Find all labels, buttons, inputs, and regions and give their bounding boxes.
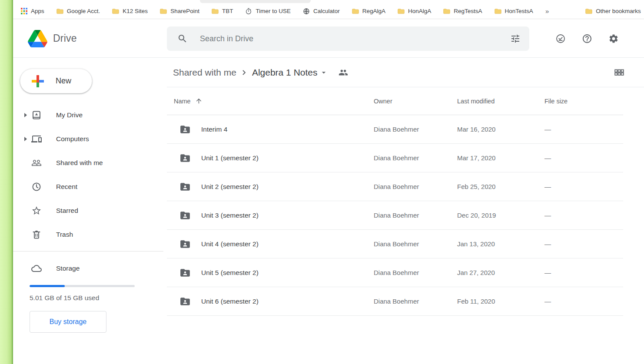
bookmark-folder-hontestsa[interactable]: HonTestsA — [495, 8, 533, 14]
file-owner: Diana Boehmer — [374, 183, 457, 190]
column-header-name[interactable]: Name — [174, 98, 191, 105]
table-row[interactable]: Unit 4 (semester 2) Diana Boehmer Jan 13… — [167, 230, 623, 258]
bookmark-label: Apps — [31, 8, 44, 14]
file-owner: Diana Boehmer — [374, 154, 457, 162]
search-input[interactable] — [200, 34, 510, 43]
folder-menu-caret-icon[interactable] — [319, 68, 328, 77]
apps-grid-icon — [21, 8, 27, 14]
timer-icon — [245, 8, 252, 15]
shared-people-icon — [339, 68, 348, 77]
file-size: — — [544, 183, 623, 190]
shared-folder-icon — [179, 296, 191, 307]
new-button[interactable]: New — [20, 69, 92, 93]
other-bookmarks[interactable]: Other bookmarks — [585, 8, 641, 14]
sidebar-item-label: My Drive — [56, 111, 83, 119]
bookmark-folder-regtestsa[interactable]: RegTestsA — [443, 8, 482, 14]
settings-gear-icon[interactable] — [608, 33, 619, 44]
bookmark-label: TBT — [222, 8, 233, 14]
bookmark-folder-k12-sites[interactable]: K12 Sites — [112, 8, 148, 14]
shared-folder-icon — [179, 152, 191, 164]
column-header-size[interactable]: File size — [544, 98, 623, 105]
recent-clock-icon — [31, 182, 42, 192]
file-modified: Dec 20, 2019 — [457, 212, 544, 219]
table-row[interactable]: Interim 4 Diana Boehmer Mar 16, 2020 — — [167, 115, 623, 144]
file-owner: Diana Boehmer — [374, 126, 457, 133]
bookmarks-bar: Apps Google Acct. K12 Sites SharePoint T… — [13, 3, 644, 19]
search-options-icon[interactable] — [510, 33, 521, 44]
sidebar-item-computers[interactable]: Computers — [13, 127, 167, 151]
help-icon[interactable] — [582, 33, 592, 44]
sidebar-item-trash[interactable]: Trash — [13, 222, 167, 246]
table-row[interactable]: Unit 3 (semester 2) Diana Boehmer Dec 20… — [167, 201, 623, 230]
file-size: — — [544, 126, 623, 133]
file-name: Unit 3 (semester 2) — [201, 212, 259, 219]
bookmark-folder-google-acct[interactable]: Google Acct. — [56, 8, 100, 14]
folder-icon — [56, 8, 63, 14]
search-bar[interactable] — [167, 26, 529, 51]
table-row[interactable]: Unit 2 (semester 2) Diana Boehmer Feb 25… — [167, 172, 623, 201]
drive-logo-icon — [28, 30, 47, 47]
column-header-modified[interactable]: Last modified — [457, 98, 544, 105]
bookmarks-overflow-chevron[interactable]: » — [545, 7, 549, 15]
sidebar-item-starred[interactable]: Starred — [13, 199, 167, 222]
file-modified: Jan 13, 2020 — [457, 240, 544, 248]
computers-icon — [31, 134, 42, 144]
google-drive-app: Drive New — [13, 19, 644, 364]
file-name: Unit 2 (semester 2) — [201, 183, 259, 191]
browser-chrome-strip — [13, 0, 644, 3]
sidebar-item-shared-with-me[interactable]: Shared with me — [13, 151, 167, 175]
bookmark-label: HonTestsA — [505, 8, 533, 14]
screenshot-left-green-stripe — [0, 0, 13, 364]
table-row[interactable]: Unit 6 (semester 2) Diana Boehmer Feb 11… — [167, 287, 623, 316]
drive-logo-block[interactable]: Drive — [28, 19, 77, 58]
drive-wordmark: Drive — [53, 33, 77, 44]
expand-arrow-icon[interactable] — [23, 137, 29, 141]
expand-arrow-icon[interactable] — [23, 113, 29, 117]
breadcrumb-current[interactable]: Algebra 1 Notes — [252, 67, 318, 78]
sidebar-item-storage[interactable]: Storage — [13, 256, 167, 280]
file-modified: Mar 17, 2020 — [457, 154, 544, 162]
shared-folder-icon — [179, 210, 191, 221]
file-name: Unit 5 (semester 2) — [201, 269, 259, 277]
bookmark-folder-sharepoint[interactable]: SharePoint — [160, 8, 199, 14]
buy-storage-button[interactable]: Buy storage — [30, 311, 106, 333]
folder-icon — [352, 8, 359, 14]
bookmark-folder-honalga[interactable]: HonAlgA — [398, 8, 431, 14]
bookmark-calculator[interactable]: Calculator — [303, 8, 340, 15]
file-size: — — [544, 269, 623, 276]
file-size: — — [544, 212, 623, 219]
table-row[interactable]: Unit 1 (semester 2) Diana Boehmer Mar 17… — [167, 144, 623, 172]
sidebar-item-label: Trash — [56, 231, 73, 238]
file-size: — — [544, 154, 623, 162]
new-button-label: New — [56, 76, 71, 86]
table-row[interactable]: Unit 5 (semester 2) Diana Boehmer Jan 27… — [167, 258, 623, 287]
sidebar-item-label: Computers — [56, 135, 89, 143]
storage-usage-text: 5.01 GB of 15 GB used — [30, 294, 167, 302]
column-header-owner[interactable]: Owner — [374, 98, 457, 105]
file-modified: Mar 16, 2020 — [457, 126, 544, 133]
sidebar-item-label: Shared with me — [56, 159, 103, 167]
bookmark-folder-tbt[interactable]: TBT — [212, 8, 233, 14]
grid-view-toggle-icon[interactable] — [614, 67, 625, 78]
file-owner: Diana Boehmer — [374, 269, 457, 276]
breadcrumb: Shared with me Algebra 1 Notes — [167, 58, 644, 87]
sidebar-item-my-drive[interactable]: My Drive — [13, 103, 167, 127]
sort-ascending-arrow-icon[interactable] — [195, 97, 202, 105]
file-owner: Diana Boehmer — [374, 240, 457, 248]
drive-header: Drive — [13, 19, 644, 58]
storage-cloud-icon — [31, 263, 42, 274]
sidebar-item-recent[interactable]: Recent — [13, 175, 167, 199]
bookmark-folder-regalga[interactable]: RegAlgA — [352, 8, 385, 14]
folder-icon — [585, 8, 592, 14]
file-name: Interim 4 — [201, 126, 227, 133]
search-icon[interactable] — [177, 33, 188, 44]
sidebar-item-label: Starred — [56, 207, 78, 215]
offline-status-icon[interactable] — [555, 33, 566, 44]
bookmark-timer-to-use[interactable]: Timer to USE — [245, 8, 291, 15]
bookmark-apps[interactable]: Apps — [21, 8, 44, 14]
breadcrumb-parent[interactable]: Shared with me — [173, 67, 236, 78]
bookmark-label: SharePoint — [170, 8, 199, 14]
folder-icon — [443, 8, 450, 14]
shared-folder-icon — [179, 238, 191, 250]
star-icon — [31, 205, 42, 216]
